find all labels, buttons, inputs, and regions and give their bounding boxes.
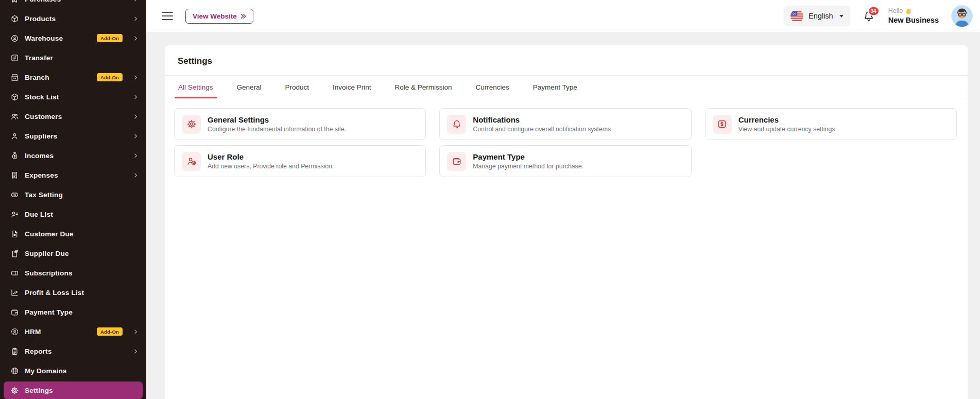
sidebar-item[interactable]: Supplier Due Add-On [0, 244, 146, 263]
sidebar-item-label: Payment Type [25, 308, 73, 316]
language-label: English [809, 12, 833, 20]
sidebar-item-icon [10, 230, 19, 238]
wave-hand-icon [905, 8, 912, 14]
sidebar-item[interactable]: Products Add-On [0, 9, 146, 28]
view-website-button[interactable]: View Website [185, 9, 253, 24]
tab-label: Product [285, 83, 310, 91]
business-name: New Business [888, 15, 939, 25]
sidebar-item-label: Tax Setting [25, 191, 63, 199]
settings-card-title: Notifications [473, 115, 611, 124]
user-avatar[interactable] [951, 5, 973, 27]
sidebar-item-icon [10, 132, 19, 141]
notifications-bell[interactable]: 34 [863, 10, 875, 22]
sidebar-item-icon [10, 151, 19, 160]
settings-card-subtitle: Add new users, Provide role and Permissi… [208, 163, 332, 170]
sidebar-item-icon [10, 93, 19, 101]
sidebar-item[interactable]: Due List Add-On [0, 204, 146, 224]
settings-card[interactable]: Currencies View and update currency sett… [705, 108, 957, 140]
tab-label: Payment Type [533, 83, 577, 91]
sidebar-item[interactable]: Subscriptions Add-On [0, 263, 146, 283]
sidebar-item-label: Profit & Loss List [25, 289, 84, 297]
settings-card-icon [447, 152, 466, 171]
sidebar-item[interactable]: Warehouse Add-On [0, 28, 146, 48]
sidebar-item-icon [10, 190, 19, 199]
settings-card-icon [182, 152, 201, 171]
settings-card[interactable]: User Role Add new users, Provide role an… [174, 145, 426, 177]
chevron-right-icon [133, 0, 139, 2]
main-content: Settings All Settings General Product [146, 32, 980, 399]
addon-badge: Add-On [97, 327, 123, 336]
settings-tabs: All Settings General Product Invoice Pri… [165, 76, 968, 98]
sidebar-item-icon [10, 171, 19, 180]
sidebar-item[interactable]: Transfer Add-On [0, 48, 146, 67]
tab[interactable]: Currencies [475, 76, 509, 98]
tab[interactable]: Role & Permission [394, 76, 452, 98]
settings-card[interactable]: Notifications Control and configure over… [439, 108, 691, 140]
sidebar-item-label: Settings [25, 387, 53, 394]
sidebar-item[interactable]: Stock List Add-On [0, 87, 146, 107]
sidebar-item-label: HRM [25, 328, 41, 336]
sidebar-item-label: Customer Due [25, 230, 74, 238]
chevron-right-icon [133, 133, 139, 139]
tab[interactable]: General [236, 76, 262, 98]
sidebar-item[interactable]: Payment Type Add-On [0, 302, 146, 322]
sidebar-item-icon [10, 308, 19, 317]
sidebar-item-label: Warehouse [25, 34, 63, 42]
sidebar-item[interactable]: Reports Add-On [0, 341, 146, 361]
chevron-right-icon [133, 94, 139, 100]
sidebar-item-icon [10, 249, 19, 258]
language-selector[interactable]: English [784, 6, 850, 26]
sidebar-item[interactable]: Customers Add-On [0, 107, 146, 126]
settings-card-subtitle: Configure the fundamental information of… [208, 126, 346, 133]
sidebar-item-label: Subscriptions [25, 269, 73, 277]
sidebar-item-label: Incomes [25, 152, 54, 160]
tab-label: All Settings [178, 83, 213, 91]
addon-badge: Add-On [97, 34, 123, 42]
sidebar-item-label: Reports [25, 348, 51, 355]
chevron-right-icon [133, 329, 139, 335]
settings-card[interactable]: General Settings Configure the fundament… [174, 108, 426, 140]
sidebar-item-label: Stock List [25, 93, 59, 101]
sidebar-nav: Purchases Add-On Products Add-On Warehou… [0, 0, 146, 399]
settings-panel: Settings All Settings General Product [165, 45, 968, 399]
sidebar-item[interactable]: Expenses Add-On [0, 165, 146, 185]
sidebar-item-label: Due List [25, 211, 53, 218]
sidebar-item[interactable]: Customer Due Add-On [0, 224, 146, 244]
chevron-down-icon [839, 15, 844, 18]
tab[interactable]: Product [285, 76, 310, 98]
sidebar-item[interactable]: Incomes Add-On [0, 146, 146, 165]
tab-label: Currencies [475, 83, 509, 91]
tab-label: Invoice Print [333, 83, 371, 91]
settings-card-subtitle: Control and configure overall notificati… [473, 126, 611, 133]
settings-card-title: Payment Type [473, 152, 583, 161]
sidebar-item[interactable]: Tax Setting Add-On [0, 185, 146, 204]
settings-cards-grid: General Settings Configure the fundament… [165, 98, 968, 189]
settings-card-icon [713, 115, 732, 134]
sidebar-item[interactable]: Settings Add-On [4, 381, 143, 399]
sidebar-item-label: Products [25, 15, 56, 23]
tab[interactable]: All Settings [178, 76, 214, 98]
settings-card-subtitle: Manage payment method for purchase. [473, 163, 583, 170]
sidebar-item[interactable]: My Domains Add-On [0, 361, 146, 380]
sidebar-item-icon [10, 14, 19, 23]
settings-card-title: User Role [208, 152, 332, 161]
chevron-right-icon [133, 172, 139, 178]
chevron-right-icon [133, 75, 139, 80]
tab[interactable]: Payment Type [532, 76, 578, 98]
sidebar-item-label: Customers [25, 113, 62, 120]
panel-header: Settings [165, 45, 968, 76]
chevron-right-icon [133, 114, 139, 119]
sidebar-item[interactable]: Suppliers Add-On [0, 126, 146, 146]
us-flag-icon [790, 10, 803, 23]
hamburger-menu-icon[interactable] [162, 12, 173, 21]
chevron-right-icon [133, 36, 139, 41]
tab[interactable]: Invoice Print [332, 76, 371, 98]
sidebar-item-label: Purchases [25, 0, 61, 3]
sidebar-item[interactable]: Purchases Add-On [0, 0, 146, 9]
sidebar-item[interactable]: Branch Add-On [0, 67, 146, 87]
sidebar-item[interactable]: HRM Add-On [0, 322, 146, 341]
sidebar-item-label: Suppliers [25, 132, 57, 140]
sidebar-item[interactable]: Profit & Loss List Add-On [0, 283, 146, 302]
addon-badge: Add-On [97, 73, 123, 81]
settings-card[interactable]: Payment Type Manage payment method for p… [439, 145, 691, 177]
